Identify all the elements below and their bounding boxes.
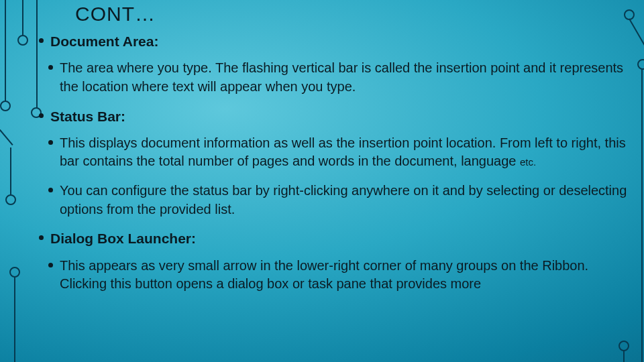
section-heading: Dialog Box Launcher:: [50, 229, 196, 248]
deco-line: [641, 68, 643, 362]
deco-line: [5, 0, 6, 102]
deco-line: [36, 0, 38, 109]
section-paragraph: This appears as very small arrow in the …: [60, 257, 636, 294]
bullet-icon: [39, 235, 44, 240]
paragraph-text: This displays document information as we…: [60, 135, 626, 169]
deco-line: [14, 276, 15, 362]
deco-node: [5, 194, 16, 205]
deco-line: [22, 0, 23, 36]
section-paragraph: The area where you type. The flashing ve…: [60, 59, 636, 96]
etc-text: etc.: [520, 156, 536, 168]
bullet-icon: [48, 140, 53, 145]
section-status-bar: Status Bar: This displays document infor…: [39, 107, 636, 219]
deco-node: [9, 267, 20, 278]
slide-content: CONT… Document Area: The area where you …: [39, 3, 636, 357]
slide-title: CONT…: [75, 3, 636, 25]
section-paragraph: You can configure the status bar by righ…: [60, 182, 636, 219]
deco-line: [10, 147, 11, 196]
deco-line: [0, 124, 13, 145]
section-dialog-box-launcher: Dialog Box Launcher: This appears as ver…: [39, 229, 636, 294]
section-heading: Document Area:: [50, 32, 158, 51]
section-document-area: Document Area: The area where you type. …: [39, 32, 636, 97]
deco-node: [17, 35, 28, 46]
section-paragraph: This displays document information as we…: [60, 134, 636, 171]
bullet-icon: [48, 65, 53, 70]
deco-node: [637, 59, 644, 70]
bullet-icon: [39, 113, 44, 118]
section-heading: Status Bar:: [50, 107, 125, 126]
bullet-icon: [39, 38, 44, 43]
bullet-icon: [48, 263, 53, 267]
bullet-icon: [48, 188, 53, 192]
bullet-list: Document Area: The area where you type. …: [39, 32, 636, 294]
deco-node: [0, 101, 11, 111]
